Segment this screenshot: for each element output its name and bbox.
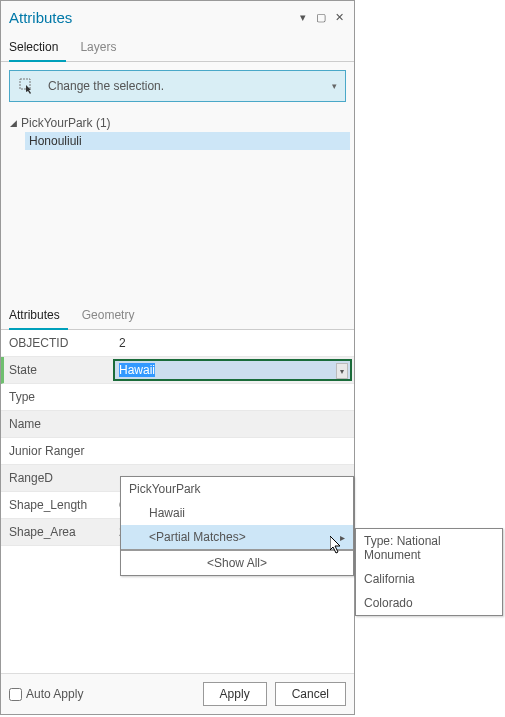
tree-layer-label: PickYourPark (1) [19,116,111,130]
row-state: State ▾ [1,357,354,384]
tree-item-selected[interactable]: Honouliuli [25,132,350,150]
chevron-down-icon: ▾ [332,81,337,91]
auto-apply-input[interactable] [9,688,22,701]
close-icon[interactable]: ✕ [332,11,346,25]
dropdown-show-all[interactable]: <Show All> [121,551,353,575]
field-label: Shape_Length [1,492,111,519]
state-dropdown-menu: PickYourPark Hawaii <Partial Matches> ▸ … [120,476,354,576]
auto-apply-checkbox[interactable]: Auto Apply [9,687,83,701]
dropdown-arrow-icon[interactable]: ▾ [336,363,348,379]
field-value: 2 [111,330,354,357]
row-junior-ranger: Junior Ranger [1,438,354,465]
state-input[interactable] [119,363,346,377]
field-value[interactable] [111,438,354,465]
change-selection-dropdown[interactable]: Change the selection. ▾ [9,70,346,102]
change-selection-label: Change the selection. [48,79,332,93]
chevron-right-icon: ▸ [340,532,345,543]
tree-layer-row[interactable]: ◢ PickYourPark (1) [5,114,350,132]
minimize-icon[interactable]: ▾ [296,11,310,25]
state-field-cell: ▾ [111,357,354,384]
window-controls: ▾ ▢ ✕ [296,11,346,25]
field-label: RangeD [1,465,111,492]
submenu-item-colorado[interactable]: Colorado [356,591,502,615]
row-name: Name [1,411,354,438]
cancel-button[interactable]: Cancel [275,682,346,706]
tab-selection[interactable]: Selection [9,36,66,62]
dropdown-partial-label: <Partial Matches> [149,530,246,544]
dropdown-group-header: PickYourPark [121,477,353,501]
tab-attributes[interactable]: Attributes [9,304,68,330]
submenu-item-type[interactable]: Type: National Monument [356,529,502,567]
row-type: Type [1,384,354,411]
field-label: Shape_Area [1,519,111,546]
tab-layers[interactable]: Layers [80,36,124,61]
apply-button[interactable]: Apply [203,682,267,706]
footer: Auto Apply Apply Cancel [1,673,354,714]
field-label: Junior Ranger [1,438,111,465]
auto-apply-label: Auto Apply [26,687,83,701]
dropdown-partial-matches[interactable]: <Partial Matches> ▸ [121,525,353,549]
panel-title: Attributes [9,9,296,26]
field-value[interactable] [111,384,354,411]
field-label: Name [1,411,111,438]
partial-matches-submenu: Type: National Monument California Color… [355,528,503,616]
dropdown-option-hawaii[interactable]: Hawaii [121,501,353,525]
selection-tool-icon [18,77,40,95]
attributes-panel: Attributes ▾ ▢ ✕ Selection Layers Change… [0,0,355,715]
field-label: State [1,357,111,384]
field-label: OBJECTID [1,330,111,357]
submenu-item-california[interactable]: California [356,567,502,591]
collapse-icon[interactable]: ◢ [7,118,19,128]
mid-tabs: Attributes Geometry [1,298,354,330]
tab-geometry[interactable]: Geometry [82,304,143,329]
layer-tree: ◢ PickYourPark (1) Honouliuli [1,110,354,298]
field-value[interactable] [111,411,354,438]
row-objectid: OBJECTID 2 [1,330,354,357]
state-combobox[interactable]: ▾ [113,359,352,381]
top-tabs: Selection Layers [1,30,354,62]
titlebar: Attributes ▾ ▢ ✕ [1,1,354,30]
maximize-icon[interactable]: ▢ [314,11,328,25]
field-label: Type [1,384,111,411]
